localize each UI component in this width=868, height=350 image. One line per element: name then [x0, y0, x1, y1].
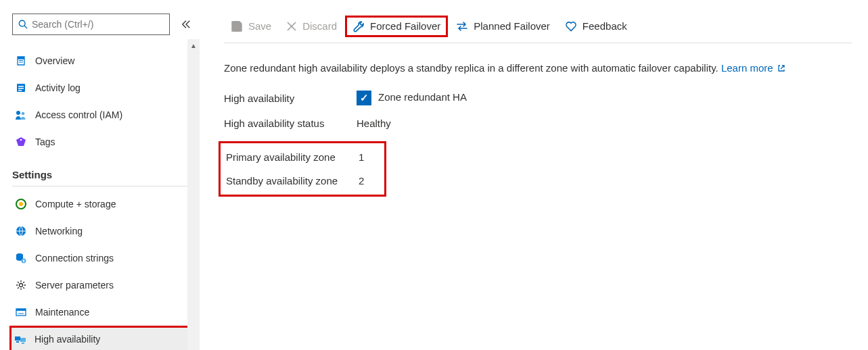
sidebar-item-high-availability[interactable]: High availability	[9, 326, 194, 350]
svg-rect-22	[20, 338, 26, 342]
sidebar: Overview Activity log Access control (IA…	[0, 0, 200, 350]
sidebar-item-tags[interactable]: Tags	[12, 128, 194, 155]
external-link-icon	[777, 63, 785, 74]
search-icon	[18, 20, 28, 29]
sidebar-item-server-parameters[interactable]: Server parameters	[12, 272, 194, 299]
standby-zone-value: 2	[359, 175, 364, 186]
zone-redundant-checkbox[interactable]: ✓	[357, 91, 371, 105]
sidebar-label: Activity log	[35, 82, 81, 93]
svg-rect-23	[16, 341, 19, 343]
svg-rect-25	[234, 22, 239, 25]
check-icon: ✓	[360, 92, 369, 104]
svg-rect-3	[19, 62, 23, 63]
log-icon	[15, 82, 27, 94]
svg-point-8	[16, 111, 20, 115]
feedback-button[interactable]: Feedback	[558, 16, 634, 36]
sidebar-label: Tags	[35, 136, 55, 147]
save-icon	[231, 20, 243, 32]
sidebar-label: Connection strings	[35, 253, 114, 264]
save-label: Save	[248, 20, 271, 32]
sidebar-label: Compute + storage	[35, 199, 116, 209]
sidebar-item-compute-storage[interactable]: Compute + storage	[12, 191, 194, 218]
svg-rect-21	[15, 336, 20, 341]
learn-more-link[interactable]: Learn more	[721, 62, 785, 74]
svg-rect-24	[22, 343, 24, 344]
overview-icon	[15, 55, 27, 67]
discard-button: Discard	[279, 16, 344, 36]
discard-icon	[286, 21, 297, 32]
nav-top: Overview Activity log Access control (IA…	[12, 47, 200, 155]
settings-heading: Settings	[12, 169, 194, 186]
sidebar-item-networking[interactable]: Networking	[12, 218, 194, 245]
sidebar-label: Maintenance	[35, 307, 89, 318]
ha-checkbox-cell: ✓Zone redundant HA	[357, 91, 467, 105]
primary-zone-value: 1	[359, 151, 364, 163]
primary-zone-label: Primary availability zone	[226, 151, 356, 163]
heart-icon	[565, 20, 577, 32]
sidebar-item-maintenance[interactable]: Maintenance	[12, 299, 194, 326]
sidebar-label: Overview	[35, 55, 74, 66]
zone-highlight-box: Primary availability zone 1 Standby avai…	[219, 141, 386, 197]
sidebar-item-activity-log[interactable]: Activity log	[12, 74, 194, 101]
svg-rect-2	[19, 60, 23, 61]
connection-icon	[15, 252, 27, 264]
iam-icon	[15, 109, 27, 121]
sidebar-item-connection-strings[interactable]: Connection strings	[12, 245, 194, 272]
feedback-label: Feedback	[583, 20, 627, 32]
svg-point-10	[20, 139, 22, 141]
sidebar-label: Server parameters	[35, 280, 114, 291]
forced-failover-button[interactable]: Forced Failover	[345, 16, 448, 37]
svg-rect-26	[234, 27, 240, 31]
swap-icon	[456, 20, 468, 32]
sidebar-label: Access control (IAM)	[35, 109, 122, 120]
discard-label: Discard	[302, 20, 337, 32]
svg-rect-7	[18, 90, 22, 91]
compute-icon	[15, 198, 27, 210]
toolbar: Save Discard Forced Failover Planned Fai…	[224, 14, 852, 43]
double-chevron-left-icon	[181, 20, 191, 29]
sidebar-scrollbar[interactable]: ▲	[187, 39, 200, 350]
ha-status-value: Healthy	[357, 118, 467, 129]
ha-icon	[14, 333, 26, 345]
ha-status-label: High availability status	[224, 118, 354, 129]
ha-checkbox-label: Zone redundant HA	[378, 91, 467, 103]
intro-text: Zone redundant high availability deploys…	[224, 62, 852, 74]
network-icon	[15, 225, 27, 237]
svg-point-9	[22, 112, 25, 116]
sidebar-label: Networking	[35, 226, 83, 236]
standby-zone-label: Standby availability zone	[226, 175, 356, 186]
svg-point-12	[19, 202, 23, 206]
tags-icon	[15, 136, 27, 148]
search-input[interactable]	[32, 19, 164, 30]
maintenance-icon	[15, 306, 27, 318]
search-box[interactable]	[12, 14, 170, 35]
svg-point-17	[20, 284, 23, 287]
properties-grid: High availability ✓Zone redundant HA Hig…	[224, 91, 467, 197]
ha-label: High availability	[224, 93, 354, 104]
scroll-up-arrow-icon[interactable]: ▲	[187, 39, 200, 51]
svg-rect-6	[18, 88, 24, 89]
svg-rect-16	[23, 260, 24, 262]
gear-icon	[15, 279, 27, 291]
sidebar-label: High availability	[35, 334, 100, 345]
sidebar-item-access-control[interactable]: Access control (IAM)	[12, 101, 194, 128]
planned-failover-button[interactable]: Planned Failover	[449, 16, 557, 36]
svg-rect-5	[18, 86, 24, 87]
planned-failover-label: Planned Failover	[474, 20, 550, 32]
collapse-sidebar-button[interactable]	[178, 16, 194, 32]
svg-rect-19	[16, 309, 26, 311]
forced-failover-label: Forced Failover	[370, 20, 440, 32]
nav-settings: Compute + storage Networking Connection …	[12, 191, 200, 350]
svg-line-1	[24, 26, 27, 28]
wrench-icon	[352, 20, 365, 32]
main-content: Save Discard Forced Failover Planned Fai…	[200, 0, 868, 350]
svg-line-29	[781, 66, 784, 69]
save-button: Save	[224, 16, 278, 36]
sidebar-item-overview[interactable]: Overview	[12, 47, 194, 74]
